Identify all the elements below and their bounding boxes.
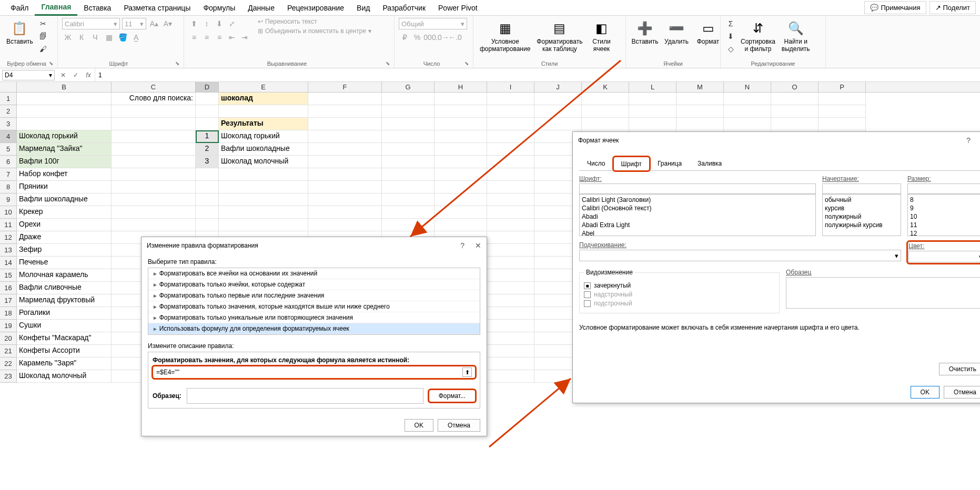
cell[interactable] [382,168,435,181]
row-header[interactable]: 18 [0,307,17,320]
cell[interactable]: Мармелад фруктовый [17,294,112,307]
cell[interactable] [382,93,435,105]
cell[interactable] [771,105,819,118]
cell[interactable] [196,193,219,206]
cell[interactable]: Вафли шоколадные [219,143,308,156]
tab-insert[interactable]: Вставка [77,1,117,15]
col-header[interactable]: O [771,82,819,92]
cut-icon[interactable]: ✂ [37,18,49,29]
cell[interactable] [435,181,487,193]
cell[interactable] [382,118,435,130]
row-header[interactable]: 21 [0,345,17,358]
conditional-formatting-button[interactable]: ▦Условное форматирование [478,18,532,55]
cell[interactable] [382,105,435,118]
cell[interactable] [382,130,435,143]
share-button[interactable]: ↗Поделит [930,1,976,14]
cell[interactable]: Результаты [219,118,308,130]
cell[interactable] [17,118,112,130]
bold-button[interactable]: Ж [62,32,74,43]
cell[interactable] [487,219,534,231]
cell[interactable] [308,219,382,231]
cell[interactable]: Шоколад молочный [17,370,112,383]
cell[interactable] [676,118,724,130]
align-right-icon[interactable]: ≡ [214,32,225,43]
align-left-icon[interactable]: ≡ [188,32,200,43]
cell[interactable]: Шоколад горький [17,130,112,143]
sort-filter-button[interactable]: ⇵Сортировка и фильтр [739,18,777,55]
color-combo[interactable]: ▾ [908,251,980,262]
cell[interactable]: Вафли сливочные [17,282,112,294]
help-icon[interactable]: ? [966,136,971,145]
cancel-button[interactable]: Отмена [438,419,480,432]
align-bottom-icon[interactable]: ⬇ [214,18,225,29]
underline-combo[interactable]: ▾ [579,250,901,261]
cell[interactable] [819,118,866,130]
increase-font-icon[interactable]: A▴ [148,18,160,29]
cell[interactable] [435,105,487,118]
cell[interactable] [382,143,435,156]
cell[interactable]: Мармелад "Зайка" [17,143,112,156]
cell[interactable] [487,231,534,244]
cell[interactable] [308,93,382,105]
cell[interactable] [112,193,196,206]
name-box[interactable]: D4▾ [2,70,55,80]
cell[interactable] [487,244,534,257]
cell[interactable] [196,181,219,193]
tab-number[interactable]: Число [579,156,613,170]
col-header[interactable]: J [534,82,582,92]
col-header[interactable]: D [196,82,219,92]
cell[interactable] [435,206,487,219]
row-header[interactable]: 7 [0,168,17,181]
size-list[interactable]: 8910 111214 [907,194,980,236]
cell[interactable] [819,93,866,105]
tab-powerpivot[interactable]: Power Pivot [432,1,484,15]
col-header[interactable]: I [487,82,534,92]
cell[interactable] [17,105,112,118]
cell[interactable] [487,320,534,332]
col-header[interactable]: C [112,82,196,92]
cell[interactable]: Шоколад молочный [219,156,308,168]
row-header[interactable]: 14 [0,257,17,269]
row-header[interactable]: 15 [0,269,17,282]
cell[interactable] [771,118,819,130]
copy-icon[interactable]: 🗐 [37,30,49,42]
cell[interactable] [676,105,724,118]
cell[interactable] [629,93,676,105]
orientation-icon[interactable]: ⤢ [226,18,238,29]
paste-button[interactable]: 📋 Вставить [4,18,35,47]
cell[interactable] [487,168,534,181]
format-cells-button[interactable]: ▭Формат [693,18,723,47]
style-list[interactable]: обычныйкурсив полужирныйполужирный курси… [822,194,901,236]
cell[interactable] [487,156,534,168]
cell[interactable] [308,130,382,143]
cell[interactable] [435,193,487,206]
merge-center-button[interactable]: ⊞Объединить и поместить в центре▾ [258,27,371,35]
font-launcher[interactable]: ⬊ [175,60,179,66]
rule-option[interactable]: Форматировать только первые или последни… [148,290,480,301]
cell[interactable] [582,105,629,118]
row-header[interactable]: 5 [0,143,17,156]
cell[interactable] [435,130,487,143]
cell[interactable] [487,294,534,307]
cell[interactable]: Конфеты "Маскарад" [17,332,112,345]
italic-button[interactable]: К [76,32,87,43]
cell[interactable]: Рогалики [17,307,112,320]
cell[interactable] [724,105,771,118]
cell[interactable]: Слово для поиска: [112,93,196,105]
cell[interactable] [487,206,534,219]
cell[interactable] [308,193,382,206]
cell[interactable] [487,143,534,156]
cell[interactable] [219,168,308,181]
align-center-icon[interactable]: ≡ [201,32,213,43]
col-header[interactable]: L [629,82,676,92]
cell[interactable] [435,156,487,168]
cell[interactable]: Пряники [17,181,112,193]
cell[interactable] [487,118,534,130]
cell[interactable] [196,105,219,118]
cell[interactable]: Молочная карамель [17,269,112,282]
cell[interactable]: Крекер [17,206,112,219]
cell[interactable]: Сушки [17,320,112,332]
close-icon[interactable]: ✕ [475,241,481,250]
insert-cells-button[interactable]: ➕Вставить [630,18,660,47]
rule-option[interactable]: Форматировать только ячейки, которые сод… [148,279,480,290]
